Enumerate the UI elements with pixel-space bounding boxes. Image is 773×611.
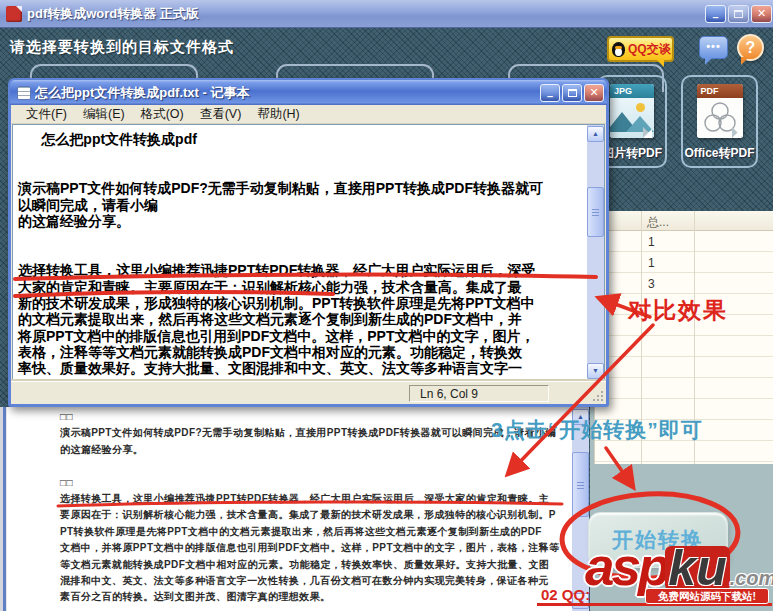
notepad-line <box>18 246 585 262</box>
notepad-line: 的文档元素提取出来，然后再将这些文档元素逐个复制到新生成的PDF文档中，并 <box>18 311 585 327</box>
preview-line: PT转换软件原理是先将PPT文档中的文档元素提取出来，然后再将这些文档元素逐个复… <box>60 524 568 540</box>
table-cell-total: 1 <box>648 235 688 249</box>
pdf-preview-pane[interactable]: □□ 演示稿PPT文件如何转成PDF?无需手动复制粘贴，直接用PPT转换成PDF… <box>7 407 572 611</box>
preview-line: 混排和中文、英文、法文等多种语言文字一次性转换，几百份文档可在数分钟内实现完美转… <box>60 573 568 589</box>
notepad-minimize-button[interactable]: – <box>540 84 560 102</box>
maximize-icon <box>734 10 743 18</box>
notepad-line: 将原PPT文档中的排版信息也引用到PDF文档中。这样，PPT文档中的文字，图片， <box>18 328 585 344</box>
preview-line: □□ <box>60 475 568 491</box>
notepad-line <box>18 229 585 245</box>
minimize-button[interactable]: – <box>705 5 726 23</box>
menu-help[interactable]: 帮助(H) <box>250 105 306 124</box>
table-cell-total: 3 <box>648 277 688 291</box>
preview-line: 素百分之百的转换。达到文图并茂、图清字真的理想效果。 <box>60 589 568 605</box>
preview-line: 文档中，并将原PPT文档中的排版信息也引用到PDF文档中。这样，PPT文档中的文… <box>60 540 568 556</box>
notepad-line: 新的技术研发成果，形成独特的核心识别机制。PPT转换软件原理是先将PPT文档中 <box>18 295 585 311</box>
notepad-line <box>18 147 585 163</box>
sun-icon <box>636 103 645 112</box>
page-fold <box>732 127 743 138</box>
preview-line <box>60 458 568 474</box>
scrollbar-thumb[interactable] <box>587 187 604 237</box>
notepad-line: 以瞬间完成，请看小编 <box>18 197 585 213</box>
table-cell-total: 1 <box>648 256 688 270</box>
notepad-maximize-button[interactable] <box>562 84 582 102</box>
watermark-qq-text: 02 QQ: <box>541 586 590 603</box>
watermark-banner: 免费网站源码下载站! <box>645 588 769 604</box>
card-office-to-pdf[interactable]: PDF Office转PDF <box>681 75 758 168</box>
notepad-line: 率快、质量效果好。支持大批量、文图混排和中文、英文、法文等多种语言文字一 <box>18 360 585 376</box>
main-titlebar: pdf转换成word转换器 正式版 – ✕ <box>0 0 773 28</box>
column-header-total-pages: 总... <box>647 214 669 231</box>
preview-line: 等文档元素就能转换成PDF文档中相对应的元素。功能稳定，转换效率快、质量效果好。… <box>60 557 568 573</box>
target-format-prompt: 请选择要转换到的目标文件格式 <box>10 38 234 57</box>
main-window-title: pdf转换成word转换器 正式版 <box>27 5 703 23</box>
menu-file[interactable]: 文件(F) <box>19 105 74 124</box>
notepad-window: 怎么把ppt文件转换成pdf.txt - 记事本 – ✕ 文件(F) 编辑(E)… <box>8 78 609 407</box>
notepad-line: 的这篇经验分享。 <box>18 213 585 229</box>
menu-view[interactable]: 查看(V) <box>193 105 249 124</box>
notepad-menubar: 文件(F) 编辑(E) 格式(O) 查看(V) 帮助(H) <box>11 105 606 124</box>
scroll-up-icon[interactable]: ▲ <box>587 126 604 142</box>
preview-line: 要原因在于：识别解析核心能力强，技术含量高。集成了最新的技术研发成果，形成独特的… <box>60 507 568 523</box>
close-button[interactable]: ✕ <box>751 5 772 23</box>
maximize-icon <box>568 89 577 97</box>
notepad-close-button[interactable]: ✕ <box>584 84 604 102</box>
preview-line: 的这篇经验分享。 <box>60 442 568 458</box>
resize-grip[interactable] <box>591 389 605 403</box>
maximize-button[interactable] <box>728 5 749 23</box>
notepad-icon <box>17 86 31 100</box>
page-fold <box>643 127 654 138</box>
card-label: Office转PDF <box>683 145 756 162</box>
qq-chat-button[interactable]: QQ交谈 <box>607 36 674 62</box>
notepad-text-area[interactable]: 怎么把ppt文件转换成pdf 演示稿PPT文件如何转成PDF?无需手动复制粘贴，… <box>13 125 587 380</box>
notepad-line: 怎么把ppt文件转换成pdf <box>18 131 585 147</box>
jpg-file-icon: JPG <box>610 84 654 138</box>
app-window: pdf转换成word转换器 正式版 – ✕ 请选择要转换到的目标文件格式 QQ交… <box>0 0 773 611</box>
notepad-scrollbar[interactable]: ▲ ▼ <box>587 125 604 380</box>
notepad-line: 演示稿PPT文件如何转成PDF?无需手动复制粘贴，直接用PPT转换成PDF转换器… <box>18 180 585 196</box>
scroll-down-icon[interactable]: ▼ <box>587 363 604 379</box>
table-header: 度 总... <box>595 211 773 231</box>
notepad-line: 大家的肯定和青睐。主要原因在于：识别解析核心能力强，技术含量高。集成了最 <box>18 279 585 295</box>
step3-annotation: 3点击“开始转换”即可 <box>491 416 703 444</box>
qq-penguin-icon <box>612 42 625 57</box>
cursor-position-status: Ln 6, Col 9 <box>409 385 549 402</box>
notepad-title: 怎么把ppt文件转换成pdf.txt - 记事本 <box>35 84 540 102</box>
message-bubble-icon[interactable]: ••• <box>699 36 728 59</box>
notepad-statusbar: Ln 6, Col 9 <box>11 381 606 404</box>
notepad-line <box>18 164 585 180</box>
menu-format[interactable]: 格式(O) <box>134 105 191 124</box>
notepad-line: 选择转换工具，这里小编推荐迅捷PPT转PDF转换器，经广大用户实际运用后，深受 <box>18 262 585 278</box>
window-left-frame <box>0 407 7 611</box>
compare-effect-annotation: 对比效果 <box>628 295 728 326</box>
notepad-titlebar[interactable]: 怎么把ppt文件转换成pdf.txt - 记事本 – ✕ <box>10 80 607 105</box>
pdf-app-icon <box>6 6 22 22</box>
help-icon[interactable]: ? <box>737 34 764 61</box>
preview-line: 选择转换工具，这里小编推荐迅捷PPT转PDF转换器，经广大用户实际运用后，深受大… <box>60 491 568 507</box>
notepad-line: 表格，注释等等文档元素就能转换成PDF文档中相对应的元素。功能稳定，转换效 <box>18 344 585 360</box>
pdf-file-icon: PDF <box>697 84 743 138</box>
scrollbar-thumb[interactable] <box>572 452 589 517</box>
preview-line: □□ <box>60 606 568 611</box>
menu-edit[interactable]: 编辑(E) <box>76 105 132 124</box>
